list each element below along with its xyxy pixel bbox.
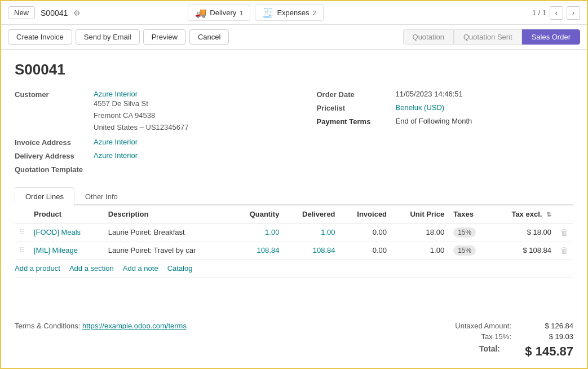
preview-button[interactable]: Preview bbox=[143, 29, 186, 45]
tax-row: Tax 15%: $ 19.03 bbox=[427, 332, 573, 341]
order-date-field: Order Date 11/05/2023 14:46:51 bbox=[317, 90, 574, 99]
status-bar: Quotation Quotation Sent Sales Order bbox=[403, 29, 580, 45]
footer: Terms & Conditions: https://example.odoo… bbox=[1, 315, 587, 368]
actions-col-header bbox=[556, 205, 573, 223]
add-section-link[interactable]: Add a section bbox=[69, 264, 114, 273]
taxes-cell: 15% bbox=[449, 223, 491, 241]
expenses-button[interactable]: 🧾 Expenses 2 bbox=[255, 5, 323, 21]
delete-row-1-button[interactable]: 🗑 bbox=[560, 227, 569, 237]
unit-price-cell: 18.00 bbox=[391, 223, 449, 241]
tax-excl-cell-2: $ 108.84 bbox=[491, 241, 556, 260]
drag-handle-cell-2: ⠿ bbox=[15, 241, 29, 260]
pagination: 1 / 1 ‹ › bbox=[532, 6, 580, 20]
invoice-address-value[interactable]: Azure Interior bbox=[94, 138, 138, 146]
send-by-email-button[interactable]: Send by Email bbox=[76, 29, 140, 45]
customer-label: Customer bbox=[15, 90, 94, 99]
delivered-col-header: Delivered bbox=[284, 205, 339, 223]
table-row: ⠿ [MIL] Mileage Laurie Poiret: Travel by… bbox=[15, 241, 573, 260]
quotation-template-field: Quotation Template bbox=[15, 165, 294, 174]
delivery-button[interactable]: 🚚 Delivery 1 bbox=[188, 5, 250, 21]
drag-handle-icon[interactable]: ⠿ bbox=[19, 228, 25, 236]
status-quotation-sent[interactable]: Quotation Sent bbox=[454, 29, 522, 45]
delivered-val-2[interactable]: 108.84 bbox=[313, 246, 335, 254]
drag-col-header bbox=[15, 205, 29, 223]
catalog-link[interactable]: Catalog bbox=[167, 264, 193, 273]
delivered-cell-2: 108.84 bbox=[284, 241, 339, 260]
new-button[interactable]: New bbox=[8, 6, 35, 19]
pricelist-value[interactable]: Benelux (USD) bbox=[396, 103, 445, 112]
sort-icon[interactable]: ⇅ bbox=[546, 211, 551, 218]
status-quotation[interactable]: Quotation bbox=[403, 29, 454, 45]
tax-excl-col-header: Tax excl. ⇅ bbox=[491, 205, 556, 223]
tax-badge-2: 15% bbox=[453, 245, 476, 256]
gear-icon[interactable]: ⚙ bbox=[73, 8, 81, 17]
form-grid: Customer Azure Interior 4557 De Silva St… bbox=[15, 90, 573, 178]
order-table: Product Description Quantity Delivered I… bbox=[15, 205, 573, 260]
add-note-link[interactable]: Add a note bbox=[123, 264, 158, 273]
quantity-col-header: Quantity bbox=[232, 205, 284, 223]
customer-name[interactable]: Azure Interior bbox=[94, 90, 188, 98]
description-col-header: Description bbox=[104, 205, 232, 223]
unit-price-cell-2: 1.00 bbox=[391, 241, 449, 260]
delivery-address-value[interactable]: Azure Interior bbox=[94, 151, 138, 160]
payment-terms-label: Payment Terms bbox=[317, 117, 396, 126]
product-col-header: Product bbox=[29, 205, 104, 223]
invoice-address-label: Invoice Address bbox=[15, 138, 94, 147]
document-title: S00041 bbox=[15, 61, 573, 78]
tax-value: $ 19.03 bbox=[528, 332, 573, 341]
order-date-value: 11/05/2023 14:46:51 bbox=[396, 90, 463, 98]
tabs: Order Lines Other Info bbox=[15, 187, 573, 205]
delivered-val-1[interactable]: 1.00 bbox=[321, 228, 335, 236]
delete-cell-2: 🗑 bbox=[556, 241, 573, 260]
pricelist-label: Pricelist bbox=[317, 103, 396, 112]
top-bar: New S00041 ⚙ 🚚 Delivery 1 🧾 Expenses 2 1… bbox=[1, 1, 587, 25]
payment-terms-value: End of Following Month bbox=[396, 117, 472, 125]
product-link-1[interactable]: [FOOD] Meals bbox=[34, 228, 81, 236]
form-right: Order Date 11/05/2023 14:46:51 Pricelist… bbox=[294, 90, 574, 178]
unit-price-col-header: Unit Price bbox=[391, 205, 449, 223]
grand-total-label: Total: bbox=[479, 344, 500, 359]
quotation-template-label: Quotation Template bbox=[15, 165, 94, 174]
next-button[interactable]: › bbox=[567, 6, 580, 20]
payment-terms-field: Payment Terms End of Following Month bbox=[317, 117, 574, 126]
address-line2: Fremont CA 94538 bbox=[94, 110, 188, 122]
create-invoice-button[interactable]: Create Invoice bbox=[8, 29, 72, 45]
terms-link[interactable]: https://example.odoo.com/terms bbox=[82, 322, 187, 330]
pagination-text: 1 / 1 bbox=[532, 8, 546, 17]
prev-button[interactable]: ‹ bbox=[550, 6, 563, 20]
product-cell-2: [MIL] Mileage bbox=[29, 241, 104, 260]
terms-label: Terms & Conditions: bbox=[15, 322, 80, 330]
top-actions: 🚚 Delivery 1 🧾 Expenses 2 bbox=[188, 5, 323, 21]
drag-handle-cell: ⠿ bbox=[15, 223, 29, 241]
totals-section: Untaxed Amount: $ 126.84 Tax 15%: $ 19.0… bbox=[427, 322, 573, 359]
quantity-val-2[interactable]: 108.84 bbox=[257, 246, 280, 254]
tab-other-info[interactable]: Other Info bbox=[74, 187, 129, 205]
taxes-cell-2: 15% bbox=[449, 241, 491, 260]
product-cell: [FOOD] Meals bbox=[29, 223, 104, 241]
invoice-address-field: Invoice Address Azure Interior bbox=[15, 138, 294, 147]
status-sales-order[interactable]: Sales Order bbox=[522, 29, 580, 45]
grand-total-value: $ 145.87 bbox=[517, 344, 573, 359]
action-bar: Create Invoice Send by Email Preview Can… bbox=[1, 25, 587, 50]
taxes-col-header: Taxes bbox=[449, 205, 491, 223]
cancel-button[interactable]: Cancel bbox=[189, 29, 229, 45]
delivery-count: 1 bbox=[240, 10, 243, 16]
invoiced-cell-2: 0.00 bbox=[340, 241, 391, 260]
truck-icon: 🚚 bbox=[195, 7, 206, 18]
quantity-val-1[interactable]: 1.00 bbox=[265, 228, 279, 236]
drag-handle-icon-2[interactable]: ⠿ bbox=[19, 246, 25, 254]
description-cell-2: Laurie Poiret: Travel by car bbox=[104, 241, 232, 260]
tab-order-lines[interactable]: Order Lines bbox=[15, 187, 74, 205]
delete-row-2-button[interactable]: 🗑 bbox=[560, 245, 569, 255]
delivery-address-field: Delivery Address Azure Interior bbox=[15, 151, 294, 160]
invoiced-cell: 0.00 bbox=[340, 223, 391, 241]
tax-badge-1: 15% bbox=[453, 227, 476, 238]
address-line1: 4557 De Silva St bbox=[94, 98, 188, 110]
product-link-2[interactable]: [MIL] Mileage bbox=[34, 246, 78, 254]
quantity-cell-2: 108.84 bbox=[232, 241, 284, 260]
footer-inner: Terms & Conditions: https://example.odoo… bbox=[15, 322, 573, 359]
add-product-link[interactable]: Add a product bbox=[15, 264, 60, 273]
untaxed-value: $ 126.84 bbox=[528, 322, 573, 330]
terms-section: Terms & Conditions: https://example.odoo… bbox=[15, 322, 187, 330]
expenses-label: Expenses bbox=[277, 8, 309, 17]
